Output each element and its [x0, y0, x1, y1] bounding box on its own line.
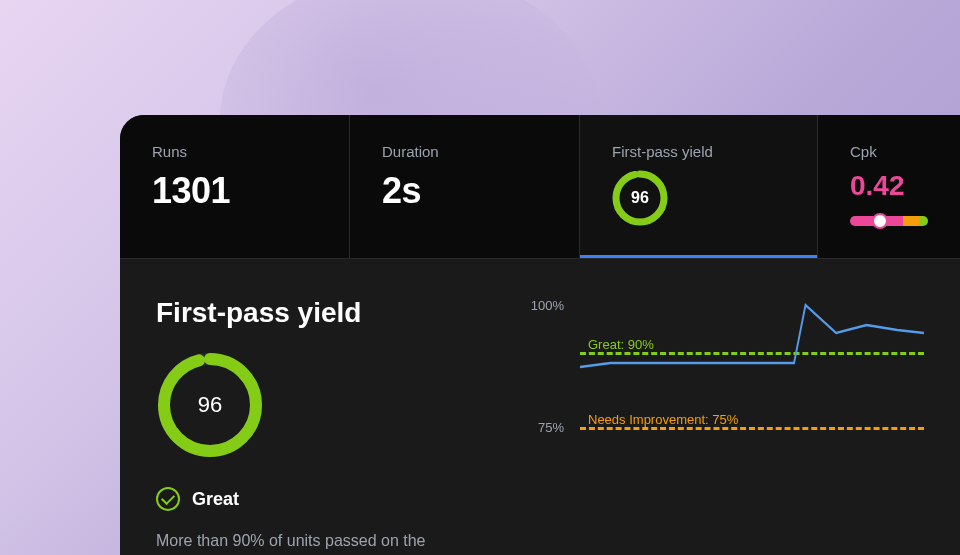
- dashboard-panel: Runs 1301 Duration 2s First-pass yield 9…: [120, 115, 960, 555]
- y-tick: 100%: [531, 298, 564, 313]
- detail-description: More than 90% of units passed on the: [156, 529, 496, 553]
- fpy-big-gauge: 96: [156, 351, 264, 459]
- metric-label: Runs: [152, 143, 317, 160]
- tab-runs[interactable]: Runs 1301: [120, 115, 350, 258]
- chart-plot: Great: 90% Needs Improvement: 75%: [580, 297, 924, 477]
- y-axis: 100% 75%: [528, 297, 572, 477]
- metric-tabs: Runs 1301 Duration 2s First-pass yield 9…: [120, 115, 960, 259]
- y-tick: 75%: [538, 420, 564, 435]
- status-label: Great: [192, 489, 239, 510]
- check-circle-icon: [156, 487, 180, 511]
- fpy-chart: 100% 75% Great: 90% Needs Improvement: 7…: [528, 297, 924, 477]
- status-row: Great: [156, 487, 496, 511]
- cpk-track: [850, 216, 928, 226]
- cpk-slider: [850, 216, 928, 228]
- metric-value: 2s: [382, 170, 547, 212]
- detail-content: First-pass yield 96 Great More than 90% …: [120, 259, 960, 555]
- fpy-mini-gauge: 96: [612, 170, 668, 226]
- metric-value: 1301: [152, 170, 317, 212]
- metric-label: First-pass yield: [612, 143, 785, 160]
- detail-title: First-pass yield: [156, 297, 496, 329]
- gauge-value: 96: [631, 189, 649, 207]
- tab-cpk[interactable]: Cpk 0.42: [818, 115, 960, 258]
- line-chart-icon: [580, 297, 924, 477]
- metric-label: Cpk: [850, 143, 928, 160]
- metric-value: 0.42: [850, 170, 928, 202]
- tab-first-pass-yield[interactable]: First-pass yield 96: [580, 115, 818, 258]
- metric-label: Duration: [382, 143, 547, 160]
- gauge-value: 96: [198, 392, 222, 418]
- tab-duration[interactable]: Duration 2s: [350, 115, 580, 258]
- cpk-thumb: [872, 213, 888, 229]
- detail-left: First-pass yield 96 Great More than 90% …: [156, 297, 496, 553]
